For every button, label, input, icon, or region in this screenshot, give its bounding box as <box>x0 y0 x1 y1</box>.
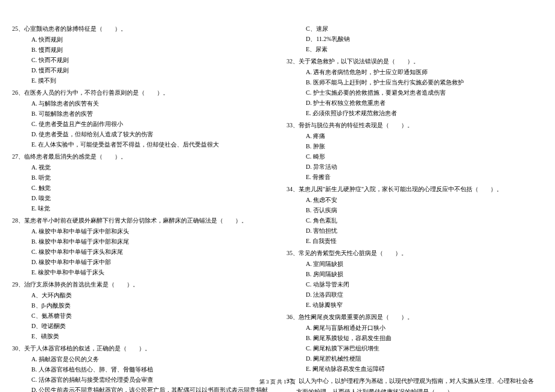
option-item: D. 害怕担忧 <box>287 226 543 236</box>
option-item: D. 异常活动 <box>287 162 543 172</box>
question-title: 32、关于紧急救护，以下说法错误的是（ ）。 <box>287 57 543 66</box>
option-item: E. 在人体实验中，可能使受益者暂不得益，但却使社会、后代受益很大 <box>12 140 268 150</box>
option-item: D. 阑尾腔机械性梗阻 <box>287 354 543 364</box>
question-block: 33、骨折与脱位共有的特征性表现是（ ）。A. 疼痛B. 肿胀C. 畸形D. 异… <box>287 121 543 182</box>
option-item: D. 护士有权独立抢救危重患者 <box>287 98 543 108</box>
option-item: B. 否认疾病 <box>287 206 543 215</box>
option-item: A. 捐献器官是公民的义务 <box>12 355 268 364</box>
option-item: E. 橡胶中单和中单铺于床头 <box>12 268 268 277</box>
question-block: 25、心室颤动患者的脉搏特征是（ ）。A. 快而规则B. 慢而规则C. 快而不规… <box>12 24 268 86</box>
option-item: E. 味觉 <box>12 204 268 213</box>
option-item: A. 室间隔缺损 <box>287 259 543 269</box>
option-item: C. 动脉导管未闭 <box>287 280 543 289</box>
question-title: 25、心室颤动患者的脉搏特征是（ ）。 <box>12 24 268 34</box>
question-title: 33、骨折与脱位共有的特征性表现是（ ）。 <box>287 121 543 130</box>
question-title: 36、急性阑尾炎发病最重要的原因是（ ）。 <box>287 312 543 322</box>
option-item: A. 橡胶中单和中单铺于床中部和床头 <box>12 227 268 236</box>
option-item: D. 法洛四联症 <box>287 290 543 300</box>
option-item: B. 听觉 <box>12 173 268 183</box>
option-item: D、11.2%乳酸钠 <box>287 34 543 44</box>
right-column: C、速尿D、11.2%乳酸钠E、尿素32、关于紧急救护，以下说法错误的是（ ）。… <box>287 24 543 392</box>
option-item: E、磺胺类 <box>12 332 268 341</box>
option-item: A. 焦虑不安 <box>287 195 543 205</box>
option-item: E. 必须依照诊疗技术规范救治患者 <box>287 109 543 118</box>
question-cont-block: C、速尿D、11.2%乳酸钠E、尿素 <box>287 24 543 54</box>
question-block: 29、治疗支原体肺炎的首选抗生素是（ ）。A、大环内酯类B、β-内酰胺类C、氨基… <box>12 280 268 341</box>
question-block: 35、常见的青紫型先天性心脏病是（ ）。A. 室间隔缺损B. 房间隔缺损C. 动… <box>287 248 543 310</box>
option-item: C. 畸形 <box>287 152 543 162</box>
question-title: 27、临终患者最后消失的感觉是（ ）。 <box>12 152 268 162</box>
option-item: B、β-内酰胺类 <box>12 301 268 311</box>
option-item: E、尿素 <box>287 45 543 54</box>
question-block: 36、急性阑尾炎发病最重要的原因是（ ）。A. 阑尾与盲肠相通处开口狭小B. 阑… <box>287 312 543 374</box>
question-block: 34、某患儿因"新生儿硬肿症"入院，家长可能出现的心理反应中不包括（ ）。A. … <box>287 185 543 246</box>
option-item: D. 嗅觉 <box>12 194 268 203</box>
question-block: 32、关于紧急救护，以下说法错误的是（ ）。A. 遇有患者病情危急时，护士应立即… <box>287 57 543 118</box>
option-item: A. 阑尾与盲肠相通处开口狭小 <box>287 323 543 333</box>
option-item: E. 自我责怪 <box>287 236 543 246</box>
question-title: 35、常见的青紫型先天性心脏病是（ ）。 <box>287 248 543 258</box>
option-item: C. 角色紊乱 <box>287 216 543 226</box>
page-footer: 第 3 页 共 17 页 <box>0 378 555 386</box>
option-item: C、速尿 <box>287 24 543 34</box>
option-item: B. 医师不能马上赶到时，护士应当先行实施必要的紧急救护 <box>287 78 543 87</box>
option-item: B. 可能解除患者的疾苦 <box>12 109 268 119</box>
option-item: B. 阑尾系膜较短，容易发生扭曲 <box>287 334 543 343</box>
option-item: A. 视觉 <box>12 163 268 172</box>
option-item: D. 橡胶中单和中单铺于床中部 <box>12 258 268 267</box>
question-title: 29、治疗支原体肺炎的首选抗生素是（ ）。 <box>12 280 268 289</box>
option-item: B. 肿胀 <box>287 142 543 151</box>
question-block: 27、临终患者最后消失的感觉是（ ）。A. 视觉B. 听觉C. 触觉D. 嗅觉E… <box>12 152 268 213</box>
question-title: 26、在医务人员的行为中，不符合行善原则的是（ ）。 <box>12 88 268 98</box>
option-item: A. 快而规则 <box>12 35 268 45</box>
option-item: A. 疼痛 <box>287 131 543 141</box>
option-item: B. 橡胶中单和中单铺于床中部和床尾 <box>12 237 268 247</box>
option-item: A. 遇有患者病情危急时，护士应立即通知医师 <box>287 68 543 77</box>
question-title: 30、关于人体器官移植的叙述，正确的是（ ）。 <box>12 344 268 353</box>
option-item: D. 慢而不规则 <box>12 66 268 75</box>
option-item: B. 房间隔缺损 <box>287 270 543 279</box>
option-item: B. 慢而规则 <box>12 45 268 55</box>
option-item: C. 橡胶中单和中单铺于床头和床尾 <box>12 247 268 257</box>
option-item: C. 护士实施必要的抢救措施，要避免对患者造成伤害 <box>287 88 543 98</box>
question-title-cont: 方面的护理，从而使人达到最佳健康状况的护理是（ ）。 <box>287 387 543 392</box>
left-column: 25、心室颤动患者的脉搏特征是（ ）。A. 快而规则B. 慢而规则C. 快而不规… <box>12 24 268 392</box>
option-item: B. 人体器官移植包括心、肺、肾、骨髓等移植 <box>12 365 268 375</box>
option-item: C、氨基糖苷类 <box>12 311 268 321</box>
option-item: A. 与解除患者的疾苦有关 <box>12 99 268 109</box>
option-item: E. 骨擦音 <box>287 172 543 182</box>
question-block: 28、某患者半小时前在硬膜外麻醉下行胃大部分切除术，麻醉床的正确铺法是（ ）。A… <box>12 216 268 277</box>
question-block: 26、在医务人员的行为中，不符合行善原则的是（ ）。A. 与解除患者的疾苦有关B… <box>12 88 268 150</box>
option-item: E. 摸不到 <box>12 76 268 86</box>
option-item: E. 动脉瓣狭窄 <box>287 300 543 310</box>
option-item: C. 快而不规则 <box>12 55 268 65</box>
option-item: A、大环内酯类 <box>12 291 268 300</box>
option-item: C. 触觉 <box>12 183 268 193</box>
option-item: D. 公民生前表示不同意捐献器官的，该公民死亡后，其配偶可以以书面形式表示同意捐… <box>12 385 268 392</box>
option-item: E. 阑尾动脉容易发生血运障碍 <box>287 364 543 374</box>
question-title: 28、某患者半小时前在硬膜外麻醉下行胃大部分切除术，麻醉床的正确铺法是（ ）。 <box>12 216 268 226</box>
option-item: D. 使患者受益，但却给别人造成了较大的伤害 <box>12 130 268 139</box>
question-title: 34、某患儿因"新生儿硬肿症"入院，家长可能出现的心理反应中不包括（ ）。 <box>287 185 543 194</box>
option-item: D、喹诺酮类 <box>12 321 268 331</box>
option-item: C. 使患者受益且产生的副作用很小 <box>12 119 268 129</box>
option-item: C. 阑尾粘膜下淋巴组织增生 <box>287 344 543 353</box>
